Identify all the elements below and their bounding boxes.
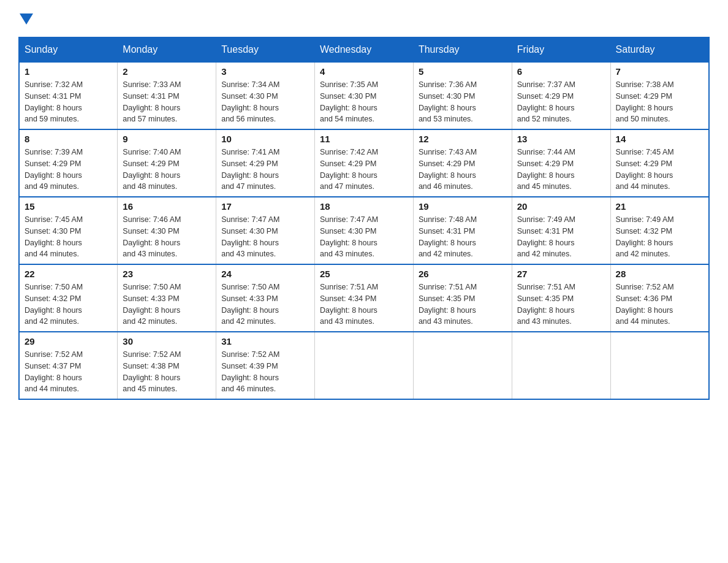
day-info: Sunrise: 7:49 AMSunset: 4:32 PMDaylight:… [616,215,674,258]
calendar-day-29: 29 Sunrise: 7:52 AMSunset: 4:37 PMDaylig… [19,332,118,399]
column-header-friday: Friday [512,37,610,62]
day-info: Sunrise: 7:35 AMSunset: 4:30 PMDaylight:… [320,80,378,123]
calendar-day-7: 7 Sunrise: 7:38 AMSunset: 4:29 PMDayligh… [610,62,709,129]
day-info: Sunrise: 7:50 AMSunset: 4:33 PMDaylight:… [123,283,181,326]
calendar-day-14: 14 Sunrise: 7:45 AMSunset: 4:29 PMDaylig… [610,129,709,197]
page-header [18,12,710,25]
calendar-table: SundayMondayTuesdayWednesdayThursdayFrid… [18,37,710,400]
day-info: Sunrise: 7:34 AMSunset: 4:30 PMDaylight:… [221,80,279,123]
day-number: 13 [517,134,605,144]
day-info: Sunrise: 7:42 AMSunset: 4:29 PMDaylight:… [320,148,378,191]
day-number: 6 [517,66,605,77]
day-number: 30 [123,336,211,347]
day-number: 27 [517,269,605,279]
day-info: Sunrise: 7:43 AMSunset: 4:29 PMDaylight:… [419,148,477,191]
calendar-day-6: 6 Sunrise: 7:37 AMSunset: 4:29 PMDayligh… [512,62,610,129]
calendar-week-1: 1 Sunrise: 7:32 AMSunset: 4:31 PMDayligh… [19,62,709,129]
calendar-day-18: 18 Sunrise: 7:47 AMSunset: 4:30 PMDaylig… [315,197,414,264]
day-number: 25 [320,269,408,279]
calendar-day-15: 15 Sunrise: 7:45 AMSunset: 4:30 PMDaylig… [19,197,118,264]
calendar-day-28: 28 Sunrise: 7:52 AMSunset: 4:36 PMDaylig… [610,264,709,332]
day-info: Sunrise: 7:50 AMSunset: 4:33 PMDaylight:… [221,283,279,326]
day-number: 7 [616,66,703,77]
column-header-wednesday: Wednesday [315,37,414,62]
day-info: Sunrise: 7:32 AMSunset: 4:31 PMDaylight:… [25,80,83,123]
day-number: 21 [616,201,703,212]
column-header-saturday: Saturday [610,37,709,62]
calendar-day-19: 19 Sunrise: 7:48 AMSunset: 4:31 PMDaylig… [413,197,512,264]
calendar-empty-cell [315,332,414,399]
day-info: Sunrise: 7:47 AMSunset: 4:30 PMDaylight:… [320,215,378,258]
calendar-day-5: 5 Sunrise: 7:36 AMSunset: 4:30 PMDayligh… [413,62,512,129]
day-info: Sunrise: 7:41 AMSunset: 4:29 PMDaylight:… [221,148,279,191]
day-number: 22 [25,269,112,279]
day-number: 11 [320,134,408,144]
logo-triangle-icon [20,13,33,25]
day-number: 26 [419,269,507,279]
day-number: 8 [25,134,112,144]
day-info: Sunrise: 7:50 AMSunset: 4:32 PMDaylight:… [25,283,83,326]
day-number: 1 [25,66,112,77]
calendar-day-8: 8 Sunrise: 7:39 AMSunset: 4:29 PMDayligh… [19,129,118,197]
day-info: Sunrise: 7:45 AMSunset: 4:30 PMDaylight:… [25,215,83,258]
calendar-day-23: 23 Sunrise: 7:50 AMSunset: 4:33 PMDaylig… [118,264,216,332]
calendar-day-10: 10 Sunrise: 7:41 AMSunset: 4:29 PMDaylig… [216,129,315,197]
day-number: 23 [123,269,211,279]
day-number: 9 [123,134,211,144]
day-number: 12 [419,134,507,144]
day-number: 5 [419,66,507,77]
day-number: 18 [320,201,408,212]
column-header-sunday: Sunday [19,37,118,62]
logo [18,12,33,25]
column-header-monday: Monday [118,37,216,62]
day-number: 24 [221,269,309,279]
calendar-day-24: 24 Sunrise: 7:50 AMSunset: 4:33 PMDaylig… [216,264,315,332]
day-info: Sunrise: 7:51 AMSunset: 4:34 PMDaylight:… [320,283,378,326]
day-info: Sunrise: 7:52 AMSunset: 4:37 PMDaylight:… [25,350,83,393]
day-info: Sunrise: 7:38 AMSunset: 4:29 PMDaylight:… [616,80,674,123]
calendar-day-1: 1 Sunrise: 7:32 AMSunset: 4:31 PMDayligh… [19,62,118,129]
calendar-week-3: 15 Sunrise: 7:45 AMSunset: 4:30 PMDaylig… [19,197,709,264]
svg-marker-0 [20,13,33,25]
day-info: Sunrise: 7:37 AMSunset: 4:29 PMDaylight:… [517,80,575,123]
calendar-empty-cell [512,332,610,399]
calendar-day-30: 30 Sunrise: 7:52 AMSunset: 4:38 PMDaylig… [118,332,216,399]
calendar-empty-cell [610,332,709,399]
day-number: 3 [221,66,309,77]
day-number: 19 [419,201,507,212]
calendar-day-22: 22 Sunrise: 7:50 AMSunset: 4:32 PMDaylig… [19,264,118,332]
calendar-day-9: 9 Sunrise: 7:40 AMSunset: 4:29 PMDayligh… [118,129,216,197]
day-info: Sunrise: 7:51 AMSunset: 4:35 PMDaylight:… [517,283,575,326]
calendar-day-3: 3 Sunrise: 7:34 AMSunset: 4:30 PMDayligh… [216,62,315,129]
day-info: Sunrise: 7:47 AMSunset: 4:30 PMDaylight:… [221,215,279,258]
day-number: 31 [221,336,309,347]
calendar-day-20: 20 Sunrise: 7:49 AMSunset: 4:31 PMDaylig… [512,197,610,264]
calendar-week-5: 29 Sunrise: 7:52 AMSunset: 4:37 PMDaylig… [19,332,709,399]
calendar-day-12: 12 Sunrise: 7:43 AMSunset: 4:29 PMDaylig… [413,129,512,197]
calendar-day-27: 27 Sunrise: 7:51 AMSunset: 4:35 PMDaylig… [512,264,610,332]
calendar-day-31: 31 Sunrise: 7:52 AMSunset: 4:39 PMDaylig… [216,332,315,399]
day-number: 16 [123,201,211,212]
calendar-empty-cell [413,332,512,399]
day-info: Sunrise: 7:46 AMSunset: 4:30 PMDaylight:… [123,215,181,258]
calendar-day-17: 17 Sunrise: 7:47 AMSunset: 4:30 PMDaylig… [216,197,315,264]
calendar-day-2: 2 Sunrise: 7:33 AMSunset: 4:31 PMDayligh… [118,62,216,129]
calendar-day-26: 26 Sunrise: 7:51 AMSunset: 4:35 PMDaylig… [413,264,512,332]
day-number: 15 [25,201,112,212]
column-header-thursday: Thursday [413,37,512,62]
day-info: Sunrise: 7:52 AMSunset: 4:38 PMDaylight:… [123,350,181,393]
day-info: Sunrise: 7:48 AMSunset: 4:31 PMDaylight:… [419,215,477,258]
day-info: Sunrise: 7:52 AMSunset: 4:36 PMDaylight:… [616,283,674,326]
calendar-week-2: 8 Sunrise: 7:39 AMSunset: 4:29 PMDayligh… [19,129,709,197]
day-info: Sunrise: 7:36 AMSunset: 4:30 PMDaylight:… [419,80,477,123]
day-info: Sunrise: 7:40 AMSunset: 4:29 PMDaylight:… [123,148,181,191]
day-number: 4 [320,66,408,77]
day-info: Sunrise: 7:52 AMSunset: 4:39 PMDaylight:… [221,350,279,393]
calendar-day-16: 16 Sunrise: 7:46 AMSunset: 4:30 PMDaylig… [118,197,216,264]
calendar-day-21: 21 Sunrise: 7:49 AMSunset: 4:32 PMDaylig… [610,197,709,264]
day-info: Sunrise: 7:39 AMSunset: 4:29 PMDaylight:… [25,148,83,191]
day-number: 17 [221,201,309,212]
calendar-header-row: SundayMondayTuesdayWednesdayThursdayFrid… [19,37,709,62]
calendar-day-4: 4 Sunrise: 7:35 AMSunset: 4:30 PMDayligh… [315,62,414,129]
day-info: Sunrise: 7:49 AMSunset: 4:31 PMDaylight:… [517,215,575,258]
